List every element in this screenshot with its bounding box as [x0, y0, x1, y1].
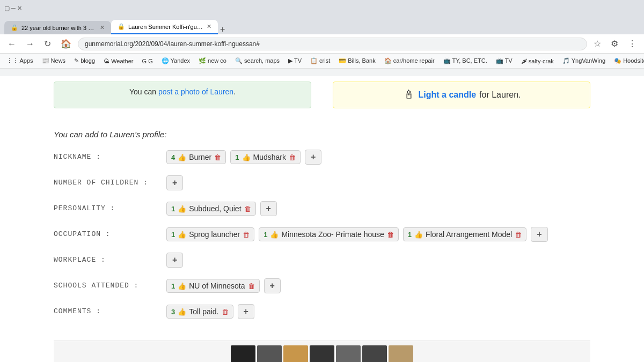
field-values-comments: 3 👍 Toll paid. 🗑 + [166, 304, 254, 319]
bookmark-weather[interactable]: 🌤 Weather [101, 57, 135, 65]
bookmark-hoodsite[interactable]: 🎭 Hoodsite | Uncenso... [612, 56, 644, 65]
forward-button[interactable]: → [23, 38, 38, 50]
field-label-schools: SCHOOLS ATTENDED : [54, 278, 161, 290]
vote-count: 1 [171, 282, 175, 290]
bookmark-salty[interactable]: 🌶 salty-crak [519, 57, 556, 65]
candle-banner: 🕯 Light a candle for Lauren. [333, 82, 590, 108]
tab-favicon-active: 🔒 [118, 23, 125, 30]
field-values-personality: 1 👍 Subdued, Quiet 🗑 + [166, 201, 277, 216]
footer-strip: 93,243 gun violence victims and counting… [54, 341, 590, 362]
bookmark-yandex[interactable]: 🌐 Yandex [159, 56, 192, 65]
field-row-personality: PERSONALITY : 1 👍 Subdued, Quiet 🗑 + [54, 201, 590, 216]
bookmark-bills[interactable]: 💳 Bills, Bank [336, 56, 377, 65]
occupation-badge-sprog: 1 👍 Sprog launcher 🗑 [166, 227, 254, 241]
extensions-button[interactable]: ⚙ [608, 38, 621, 50]
trash-icon[interactable]: 🗑 [244, 205, 251, 213]
field-label-occupation: OCCUPATION : [54, 227, 161, 238]
field-row-comments: COMMENTS : 3 👍 Toll paid. 🗑 + [54, 304, 590, 319]
candle-text-after: for Lauren. [479, 90, 521, 100]
post-photo-link[interactable]: post a photo of Lauren [158, 87, 233, 96]
bookmark-search[interactable]: 🔍 search, maps [233, 56, 282, 65]
photo-notice-banner: You can post a photo of Lauren. [54, 82, 311, 108]
menu-button[interactable]: ⋮ [625, 38, 640, 50]
nickname-badge-mudshark: 1 👍 Mudshark 🗑 [230, 150, 301, 164]
occupation-add-button[interactable]: + [531, 227, 547, 242]
trash-icon[interactable]: 🗑 [387, 231, 394, 239]
bookmark-ty[interactable]: 📺 TY, BC, ETC. [441, 56, 489, 65]
photo-6 [362, 345, 387, 362]
vote-count: 1 [235, 153, 239, 161]
notice-text-after: . [233, 87, 236, 96]
candle-icon: 🕯 [402, 87, 415, 102]
children-add-button[interactable]: + [166, 175, 183, 190]
workplace-add-button[interactable]: + [166, 253, 183, 268]
nickname-badge-burner: 4 👍 Burner 🗑 [166, 150, 226, 164]
url-bar[interactable]: gunmemorial.org/2020/09/04/lauren-summer… [78, 38, 587, 50]
school-badge-nu-minnesota: 1 👍 NU of Minnesota 🗑 [166, 279, 260, 293]
nickname-add-button[interactable]: + [305, 150, 321, 165]
new-tab-button[interactable]: + [220, 25, 225, 34]
trash-icon[interactable]: 🗑 [515, 231, 522, 239]
browser-frame: ▢ ─ ✕ 🔒 22 year old burner with 3 sprog.… [0, 0, 644, 362]
bookmark-newco[interactable]: 🌿 new co [196, 56, 229, 65]
thumbup-icon: 👍 [270, 231, 279, 239]
badge-text: Mudshark [253, 153, 286, 161]
browser-titlebar: ▢ ─ ✕ [0, 0, 644, 16]
tab-label-active: Lauren Summer Koffi-n'guessan... [128, 24, 203, 30]
badge-text: Sprog launcher [189, 230, 240, 239]
window-controls[interactable]: ▢ ─ ✕ [4, 5, 22, 12]
light-candle-link[interactable]: Light a candle [419, 90, 477, 100]
thumbup-icon: 👍 [178, 205, 186, 213]
tab-close-inactive[interactable]: ✕ [100, 24, 105, 31]
trash-icon[interactable]: 🗑 [214, 153, 221, 161]
bookmark-tv2[interactable]: 📺 TV [494, 56, 515, 65]
refresh-button[interactable]: ↻ [41, 38, 54, 50]
vote-count: 1 [171, 231, 175, 239]
field-label-personality: PERSONALITY : [54, 201, 161, 212]
tab-close-active[interactable]: ✕ [207, 23, 211, 30]
profile-section: You can add to Lauren's profile: NICKNAM… [54, 119, 590, 341]
page-content: You can post a photo of Lauren. 🕯 Light … [0, 76, 644, 362]
field-values-children: + [166, 175, 183, 190]
comments-add-button[interactable]: + [238, 304, 254, 319]
vote-count: 1 [408, 231, 412, 239]
photo-3 [283, 345, 308, 362]
occupation-badge-zoo: 1 👍 Minnesota Zoo- Primate house 🗑 [259, 227, 399, 241]
tab-favicon: 🔒 [11, 24, 18, 31]
trash-icon[interactable]: 🗑 [243, 231, 250, 239]
home-button[interactable]: 🏠 [57, 38, 75, 50]
bookmark-g[interactable]: G G [140, 57, 155, 65]
bookmark-apps[interactable]: ⋮⋮ Apps [4, 56, 35, 65]
schools-add-button[interactable]: + [264, 278, 281, 293]
bookmark-news[interactable]: 📰 News [40, 56, 68, 65]
tab-inactive[interactable]: 🔒 22 year old burner with 3 sprog... ✕ [4, 21, 111, 34]
bookmark-yngvan[interactable]: 🎵 YngVanWing [560, 56, 608, 65]
section-intro: You can add to Lauren's profile: [54, 130, 590, 139]
thumbup-icon: 👍 [178, 153, 186, 161]
personality-add-button[interactable]: + [260, 201, 277, 216]
bookmark-tv1[interactable]: ▶ TV [286, 56, 304, 65]
bookmark-blogg[interactable]: ✎ blogg [72, 56, 97, 65]
vote-count: 3 [171, 308, 175, 316]
field-row-nickname: NICKNAME : 4 👍 Burner 🗑 1 👍 Mudshark 🗑 [54, 150, 590, 165]
field-label-workplace: WORKPLACE : [54, 253, 161, 264]
field-row-workplace: WORKPLACE : + [54, 253, 590, 268]
back-button[interactable]: ← [4, 38, 19, 50]
bookmark-button[interactable]: ☆ [590, 38, 604, 50]
badge-text: Subdued, Quiet [189, 204, 241, 213]
badge-text: NU of Minnesota [189, 282, 245, 290]
bookmark-carhome[interactable]: 🏠 car/home repair [382, 56, 437, 65]
trash-icon[interactable]: 🗑 [222, 308, 229, 316]
photo-4 [310, 345, 334, 362]
thumbup-icon: 👍 [178, 231, 186, 239]
notice-text-before: You can [129, 87, 158, 96]
field-label-nickname: NICKNAME : [54, 150, 161, 161]
trash-icon[interactable]: 🗑 [289, 153, 296, 161]
nav-bar: ← → ↻ 🏠 gunmemorial.org/2020/09/04/laure… [0, 34, 644, 54]
field-values-schools: 1 👍 NU of Minnesota 🗑 + [166, 278, 281, 293]
tab-label-inactive: 22 year old burner with 3 sprog... [21, 25, 97, 31]
badge-text: Floral Arrangement Model [426, 230, 512, 239]
bookmark-crlst[interactable]: 📋 crlst [308, 56, 332, 65]
trash-icon[interactable]: 🗑 [248, 282, 255, 290]
tab-active[interactable]: 🔒 Lauren Summer Koffi-n'guessan... ✕ [111, 20, 218, 34]
